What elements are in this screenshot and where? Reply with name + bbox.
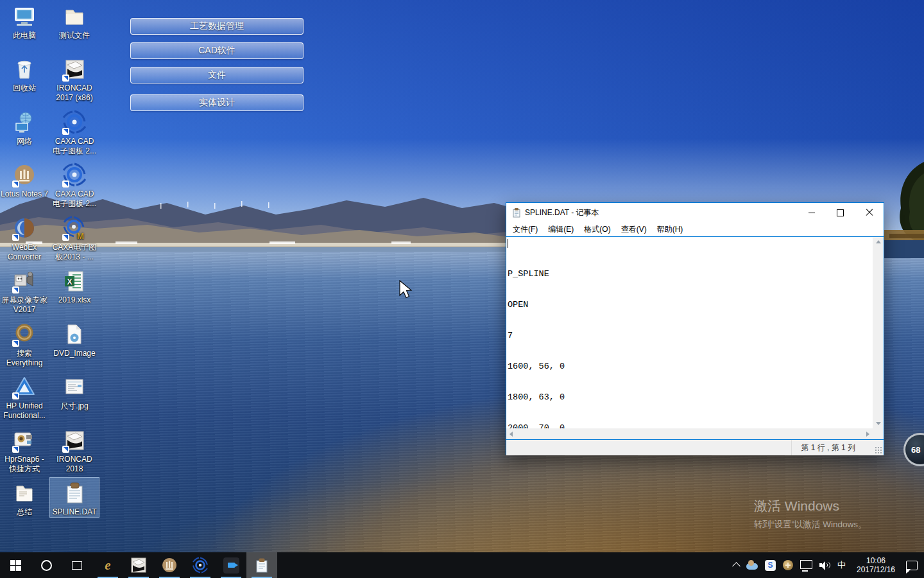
menu-file[interactable]: 文件(F) [508,224,543,235]
taskbar-app-caxa[interactable] [185,552,216,578]
shortcut-arrow-icon [12,286,19,293]
tray-gold-coin-icon[interactable] [783,560,793,570]
taskbar-app-internet-explorer[interactable]: e [92,552,123,578]
ironcad-icon [130,557,147,574]
desktop-group-button-cad-software[interactable]: CAD软件 [130,42,304,59]
hp-uft-icon [12,374,37,400]
desktop-icon-2019-xlsx[interactable]: X 2019.xlsx [50,268,99,305]
taskbar-app-screen-camera[interactable] [216,552,246,578]
scroll-down-icon[interactable] [876,422,881,425]
desktop-icon-caxa-cad-1[interactable]: CAXA CAD 电子图板 2... [50,110,99,156]
taskbar-app-notepad-active[interactable] [246,552,277,578]
icon-label: HprSnap6 - 快捷方式 [0,455,49,474]
desktop-icon-test-folder[interactable]: 测试文件 [50,4,99,40]
icon-label: 回收站 [0,83,49,93]
maximize-icon [837,209,844,216]
menu-help[interactable]: 帮助(H) [652,224,689,235]
lotus-notes-icon [12,162,37,188]
shortcut-arrow-icon [12,392,19,399]
desktop-group-button-solid-design[interactable]: 实体设计 [130,94,304,111]
desktop-icon-caxa-cad-2[interactable]: CAXA CAD 电子图板 2... [50,162,99,209]
text-line: 2000, 70, 0 [508,423,873,428]
action-center-icon[interactable] [906,561,918,570]
shortcut-arrow-icon [62,234,69,241]
caxa-icon [62,110,87,136]
group-button-label: CAD软件 [198,45,235,57]
tray-clock[interactable]: 10:06 2017/12/16 [853,556,899,574]
desktop-icon-spline-dat[interactable]: SPLINE.DAT [50,478,99,517]
desktop-icon-recycle-bin[interactable]: 回收站 [0,57,49,93]
menu-bar: 文件(F) 编辑(E) 格式(O) 查看(V) 帮助(H) [506,222,884,236]
maximize-button[interactable] [826,203,855,222]
desktop-group-button-process-data[interactable]: 工艺数据管理 [130,18,304,35]
this-pc-icon [12,4,37,30]
desktop-group-button-files[interactable]: 文件 [130,67,304,83]
menu-view[interactable]: 查看(V) [616,224,652,235]
cortana-search-button[interactable] [31,552,62,578]
menu-format[interactable]: 格式(O) [579,224,615,235]
desktop-icon-webex-converter[interactable]: WebEx Converter [0,216,49,262]
network-icon [12,110,37,136]
scroll-up-icon[interactable] [876,240,881,243]
desktop-icon-dvd-image[interactable]: DVD_Image [50,322,99,358]
icon-label: 尺寸.jpg [50,401,99,411]
status-bar: 第 1 行 , 第 1 列 [506,440,884,455]
notepad-icon [253,557,270,574]
edit-region: P_SPLINE OPEN 7 1600, 56, 0 1800, 63, 0 … [506,236,884,440]
desktop-icon-ironcad-2017[interactable]: IRONCAD 2017 (x86) [50,57,99,103]
task-view-button[interactable] [62,552,92,578]
webex-converter-icon [12,216,37,241]
menu-edit[interactable]: 编辑(E) [543,224,579,235]
icon-label: IRONCAD 2017 (x86) [50,83,99,103]
desktop-icon-ironcad-2018[interactable]: IRONCAD 2018 [50,428,99,474]
text-caret [508,239,508,248]
tray-network-icon[interactable] [800,560,812,569]
scroll-right-icon[interactable] [866,432,869,437]
caption-buttons [797,203,884,222]
icon-label: SPLINE.DAT [50,507,99,517]
desktop-icon-screen-recorder[interactable]: 屏幕录像专家V2017 [0,268,49,315]
title-bar[interactable]: SPLINE.DAT - 记事本 [506,203,884,222]
start-button[interactable] [0,552,31,578]
close-icon [866,209,873,216]
everything-search-icon [12,322,37,347]
desktop-icon-summary-folder[interactable]: 总结 [0,480,49,517]
vertical-scrollbar[interactable] [873,237,884,428]
desktop-icon-this-pc[interactable]: 此电脑 [0,4,49,40]
tray-sogou-icon[interactable]: S [765,560,776,571]
taskbar-app-lotus-notes[interactable] [154,552,185,578]
tray-cloud-icon[interactable] [746,563,758,570]
scroll-left-icon[interactable] [509,432,513,437]
icon-label: 2019.xlsx [50,295,99,305]
shortcut-arrow-icon [12,340,19,347]
excel-file-icon: X [62,268,87,294]
desktop-icon-caxa-2013[interactable]: M CAXA电子图板2013 - ... [50,216,99,262]
text-line: P_SPLINE [508,269,873,279]
desktop-icon-hp-uft[interactable]: HP Unified Functional... [0,374,49,421]
system-tray: S 中 10:06 2017/12/16 [733,552,924,578]
close-button[interactable] [855,203,884,222]
tray-volume-icon[interactable] [819,561,830,570]
desktop-icon-size-jpg[interactable]: 尺寸.jpg [50,374,99,411]
tray-ime-indicator[interactable]: 中 [837,559,846,571]
notepad-file-icon [62,480,87,506]
taskbar-app-ironcad[interactable] [123,552,154,578]
desktop-icon-everything[interactable]: 搜索 Everything [0,322,49,368]
horizontal-scrollbar[interactable] [506,428,873,439]
icon-label: 总结 [0,507,49,517]
screen-recorder-icon [12,268,37,294]
desktop-icon-lotus-notes[interactable]: Lotus Notes 7 [0,162,49,199]
caxa-icon [192,557,209,574]
desktop-icon-network[interactable]: 网络 [0,110,49,146]
resize-grip[interactable] [875,447,882,454]
notepad-window: SPLINE.DAT - 记事本 文件(F) 编辑(E) 格式(O) 查看(V)… [506,202,884,455]
text-line: OPEN [508,300,873,310]
text-line: 1800, 63, 0 [508,392,873,403]
minimize-button[interactable] [797,203,826,222]
video-camera-icon [223,557,239,574]
text-editor[interactable]: P_SPLINE OPEN 7 1600, 56, 0 1800, 63, 0 … [506,237,873,428]
cursor-position-cell: 第 1 行 , 第 1 列 [791,440,884,455]
tray-chevron-up-icon[interactable] [732,562,740,570]
icon-label: CAXA电子图板2013 - ... [50,243,99,262]
desktop-icon-hprsnap[interactable]: HprSnap6 - 快捷方式 [0,428,49,474]
